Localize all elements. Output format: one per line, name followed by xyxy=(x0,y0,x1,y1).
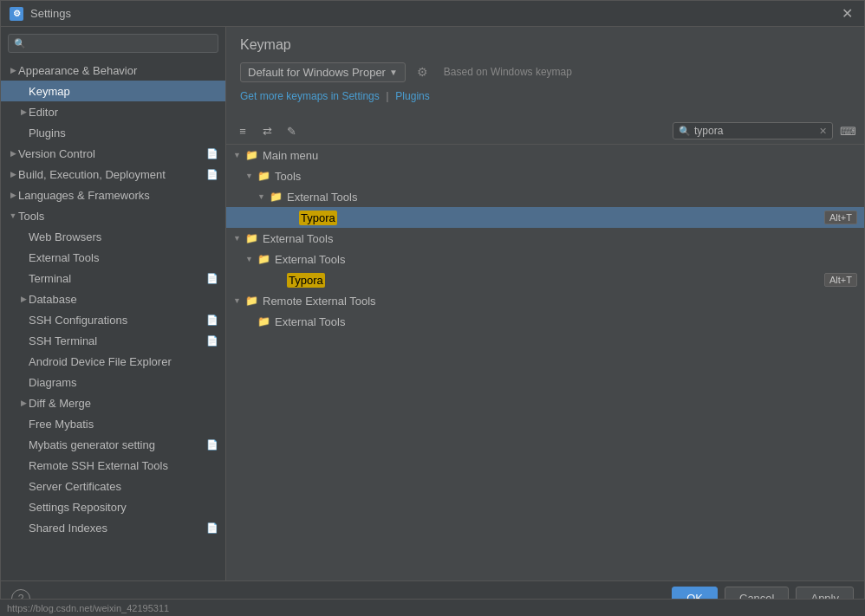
tree-item-typora1[interactable]: Typora Alt+T xyxy=(226,207,864,228)
folder-icon: 📁 xyxy=(257,169,271,183)
sidebar-item-diff-merge[interactable]: ▶ Diff & Merge xyxy=(1,392,225,413)
sidebar-item-diagrams[interactable]: Diagrams xyxy=(1,372,225,392)
panel-title: Keymap xyxy=(240,37,850,53)
sidebar-item-database[interactable]: ▶ Database xyxy=(1,289,225,309)
spacer-icon xyxy=(18,273,29,283)
keymap-links: Get more keymaps in Settings | Plugins xyxy=(240,89,850,102)
expand-arrow-icon: ▼ xyxy=(245,172,257,180)
get-more-keymaps-link[interactable]: Get more keymaps in Settings xyxy=(240,90,380,102)
tree-item-external-tools-remote[interactable]: 📁 External Tools xyxy=(226,311,864,332)
expand-icon: ▼ xyxy=(8,211,18,221)
badge-icon: 📄 xyxy=(206,439,218,451)
sidebar-item-server-certs[interactable]: Server Certificates xyxy=(1,476,225,496)
sidebar-search-wrapper[interactable]: 🔍 xyxy=(8,34,218,53)
keymap-controls: Default for Windows Proper ▼ ⚙ Based on … xyxy=(240,62,850,82)
expand-icon: ▶ xyxy=(8,148,18,159)
sidebar-item-build[interactable]: ▶ Build, Execution, Deployment 📄 xyxy=(1,164,225,185)
settings-dialog: ⚙ Settings ✕ 🔍 ▶ Appearance & Behavior xyxy=(0,0,865,616)
sidebar-item-shared-indexes[interactable]: Shared Indexes 📄 xyxy=(1,517,225,538)
sidebar-item-settings-repo[interactable]: Settings Repository xyxy=(1,496,225,517)
tree-item-typora2[interactable]: Typora Alt+T xyxy=(226,269,864,290)
sidebar-item-external-tools[interactable]: External Tools xyxy=(1,247,225,268)
sidebar-item-plugins[interactable]: Plugins xyxy=(1,122,225,143)
sidebar-item-tools[interactable]: ▼ Tools xyxy=(1,205,225,226)
sidebar-item-ssh-configs[interactable]: SSH Configurations 📄 xyxy=(1,309,225,330)
plugins-link[interactable]: Plugins xyxy=(395,90,429,102)
shortcut-badge: Alt+T xyxy=(824,211,857,224)
sidebar-item-version-control[interactable]: ▶ Version Control 📄 xyxy=(1,143,225,164)
tree-item-external-tools-sub[interactable]: ▼ 📁 External Tools xyxy=(226,186,864,207)
clear-search-icon[interactable]: ✕ xyxy=(819,126,827,137)
keymap-panel: Keymap Default for Windows Proper ▼ ⚙ Ba… xyxy=(226,27,864,580)
tree-item-tools[interactable]: ▼ 📁 Tools xyxy=(226,165,864,186)
folder-icon: 📁 xyxy=(245,231,259,245)
collapse-all-button[interactable]: ⇄ xyxy=(257,121,276,140)
spacer-icon xyxy=(18,127,29,138)
spacer-icon xyxy=(18,356,29,366)
expand-icon: ▶ xyxy=(18,107,29,117)
spacer-icon xyxy=(18,314,29,325)
sidebar-item-appearance[interactable]: ▶ Appearance & Behavior xyxy=(1,60,225,81)
edit-button[interactable]: ✎ xyxy=(282,121,301,140)
based-on-label: Based on Windows keymap xyxy=(444,66,572,78)
keymap-toolbar: ≡ ⇄ ✎ 🔍 ✕ ⌨ xyxy=(226,118,864,145)
find-shortcut-button[interactable]: ⌨ xyxy=(838,121,857,140)
badge-icon: 📄 xyxy=(206,335,218,347)
tree-item-external-tools-sub2[interactable]: ▼ 📁 External Tools xyxy=(226,249,864,269)
sidebar-item-terminal[interactable]: Terminal 📄 xyxy=(1,268,225,289)
tree-item-main-menu[interactable]: ▼ 📁 Main menu xyxy=(226,145,864,165)
folder-icon: 📁 xyxy=(270,190,283,204)
sidebar-item-editor[interactable]: ▶ Editor xyxy=(1,101,225,122)
spacer-icon xyxy=(18,439,29,450)
keymap-gear-button[interactable]: ⚙ xyxy=(413,62,433,82)
keymap-content-tree: ▼ 📁 Main menu ▼ 📁 Tools ▼ 📁 External Too… xyxy=(226,145,864,580)
sidebar-item-android[interactable]: Android Device File Explorer xyxy=(1,351,225,372)
spacer-icon xyxy=(18,418,29,429)
badge-icon: 📄 xyxy=(206,522,218,534)
sidebar-item-mybatis-gen[interactable]: Mybatis generator setting 📄 xyxy=(1,434,225,455)
spacer-icon xyxy=(18,481,29,491)
sidebar-item-keymap[interactable]: Keymap xyxy=(1,81,225,101)
spacer-folder2 xyxy=(270,273,283,287)
sidebar-search-box: 🔍 xyxy=(1,27,225,60)
typora-highlight-label: Typora xyxy=(299,211,337,225)
sidebar-item-web-browsers[interactable]: Web Browsers xyxy=(1,226,225,247)
badge-icon: 📄 xyxy=(206,148,218,159)
keymap-search-input[interactable] xyxy=(694,125,816,137)
expand-icon: ▶ xyxy=(8,65,18,75)
sidebar-search-input[interactable] xyxy=(29,37,212,49)
spacer-icon xyxy=(18,86,29,96)
sidebar-item-languages[interactable]: ▶ Languages & Frameworks xyxy=(1,185,225,205)
search-icon: 🔍 xyxy=(679,126,691,137)
spacer-folder xyxy=(282,211,296,224)
sidebar-item-ssh-terminal[interactable]: SSH Terminal 📄 xyxy=(1,330,225,351)
badge-icon: 📄 xyxy=(206,314,218,326)
badge-icon: 📄 xyxy=(206,273,218,284)
tree-item-remote-external[interactable]: ▼ 📁 Remote External Tools xyxy=(226,290,864,311)
expand-all-button[interactable]: ≡ xyxy=(233,121,252,140)
expand-icon: ▶ xyxy=(18,294,29,304)
find-shortcut-icon: ⌨ xyxy=(840,125,856,138)
collapse-all-icon: ⇄ xyxy=(263,125,272,138)
sidebar-item-free-mybatis[interactable]: Free Mybatis xyxy=(1,413,225,434)
spacer-icon xyxy=(18,502,29,512)
tree-item-external-tools-root[interactable]: ▼ 📁 External Tools xyxy=(226,228,864,249)
expand-arrow-icon: ▼ xyxy=(233,234,245,243)
close-button[interactable]: ✕ xyxy=(838,5,855,23)
spacer-icon xyxy=(18,252,29,263)
app-icon: ⚙ xyxy=(10,7,23,21)
panel-header: Keymap Default for Windows Proper ▼ ⚙ Ba… xyxy=(226,27,864,118)
link-separator: | xyxy=(386,89,392,102)
expand-arrow-icon: ▼ xyxy=(233,296,245,305)
expand-icon: ▶ xyxy=(18,398,29,408)
sidebar-tree: ▶ Appearance & Behavior Keymap ▶ Editor … xyxy=(1,60,225,580)
dropdown-arrow-icon: ▼ xyxy=(389,68,398,77)
folder-icon: 📁 xyxy=(245,294,259,308)
shortcut-badge2: Alt+T xyxy=(824,273,857,287)
keymap-dropdown[interactable]: Default for Windows Proper ▼ xyxy=(240,62,406,82)
expand-arrow-icon: ▼ xyxy=(233,151,245,159)
sidebar-item-remote-ssh[interactable]: Remote SSH External Tools xyxy=(1,455,225,476)
keymap-dropdown-label: Default for Windows Proper xyxy=(248,66,386,79)
keymap-search-field: 🔍 ✕ xyxy=(673,122,833,139)
badge-icon: 📄 xyxy=(206,169,218,180)
